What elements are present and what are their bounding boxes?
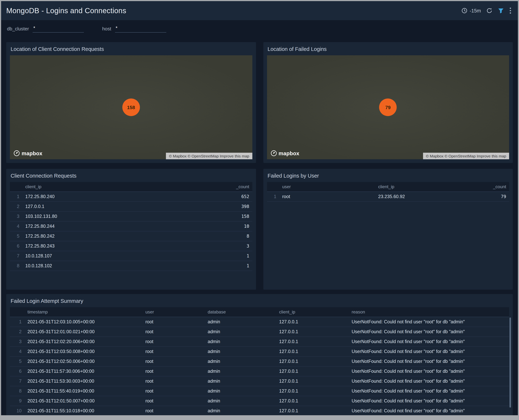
table-cell: 127.0.0.1 bbox=[276, 379, 349, 384]
table-cell: 127.0.0.1 bbox=[276, 359, 349, 364]
table-cell: admin bbox=[205, 339, 276, 344]
column-header-reason[interactable]: reason bbox=[349, 309, 509, 315]
panel-location-client-connections: Location of Client Connection Requests 1… bbox=[6, 42, 256, 163]
table-cell: admin bbox=[205, 398, 276, 404]
table-row[interactable]: 32021-05-31T12:02:20.006+00:00rootadmin1… bbox=[10, 337, 509, 347]
table-row[interactable]: 810.0.128.1021 bbox=[10, 261, 252, 271]
table-row[interactable]: 3103.102.131.80158 bbox=[10, 212, 252, 222]
table-row[interactable]: 1172.25.80.240652 bbox=[10, 192, 252, 202]
table-cell: 1 bbox=[212, 253, 252, 259]
column-header-timestamp[interactable]: timestamp bbox=[24, 309, 143, 315]
page-title: MongoDB - Logins and Connections bbox=[6, 6, 126, 15]
table-cell: admin bbox=[205, 369, 276, 374]
table-cell: 2021-05-31T11:57:30.006+00:00 bbox=[24, 369, 143, 374]
column-header-user[interactable]: user bbox=[279, 184, 375, 189]
table-cell: 127.0.0.1 bbox=[276, 349, 349, 354]
host-filter-input[interactable]: * bbox=[115, 25, 166, 33]
table-cell: 2021-05-31T11:55:10.018+00:00 bbox=[24, 408, 143, 413]
map-cluster-marker[interactable]: 79 bbox=[379, 98, 397, 116]
table-row[interactable]: 62021-05-31T11:57:30.006+00:00rootadmin1… bbox=[10, 367, 509, 376]
filter-icon[interactable] bbox=[498, 8, 504, 14]
table-cell: root bbox=[143, 379, 205, 384]
failed-login-summary-table: timestampuserdatabaseclient_ipreason1202… bbox=[10, 307, 509, 415]
panel-title: Failed Login Attempt Summary bbox=[11, 298, 508, 304]
table-row[interactable]: 4172.25.80.24410 bbox=[10, 222, 252, 232]
table-row[interactable]: 22021-05-31T12:01:00.021+00:00rootadmin1… bbox=[10, 327, 509, 337]
table-cell: 172.25.80.244 bbox=[22, 224, 212, 229]
table-row[interactable]: 12021-05-31T12:03:10.005+00:00rootadmin1… bbox=[10, 317, 509, 327]
table-cell: 127.0.0.1 bbox=[276, 319, 349, 324]
table-row[interactable]: 1root23.235.60.9279 bbox=[267, 192, 509, 202]
table-cell: 127.0.0.1 bbox=[276, 398, 349, 404]
tables-row: Client Connection Requests client_ip_cou… bbox=[1, 169, 518, 290]
row-index: 1 bbox=[267, 194, 279, 199]
table-header-row: userclient_ip_count bbox=[267, 182, 509, 192]
mapbox-logo-text: mapbox bbox=[22, 150, 43, 156]
db-cluster-filter: db_cluster * bbox=[7, 25, 84, 33]
client-connections-table: client_ip_count1172.25.80.2406522127.0.0… bbox=[10, 182, 252, 271]
table-cell: admin bbox=[205, 389, 276, 394]
table-row[interactable]: 710.0.128.1071 bbox=[10, 251, 252, 261]
table-row[interactable]: 52021-05-31T12:02:50.006+00:00rootadmin1… bbox=[10, 357, 509, 367]
table-cell: 8 bbox=[212, 234, 252, 239]
table-row[interactable]: 5172.25.80.2428 bbox=[10, 232, 252, 241]
row-index: 4 bbox=[10, 224, 22, 229]
table-row[interactable]: 92021-05-31T12:01:50.007+00:00rootadmin1… bbox=[10, 396, 509, 406]
row-index: 2 bbox=[10, 329, 24, 334]
table-row[interactable]: 102021-05-31T11:55:10.018+00:00rootadmin… bbox=[10, 406, 509, 415]
row-index: 8 bbox=[10, 263, 22, 268]
mapbox-logo[interactable]: mapbox bbox=[14, 150, 43, 156]
table-cell: 2021-05-31T12:02:50.006+00:00 bbox=[24, 359, 143, 364]
kebab-menu-icon[interactable] bbox=[510, 7, 511, 14]
time-range-button[interactable]: -15m bbox=[461, 8, 481, 14]
table-cell: 127.0.0.1 bbox=[276, 339, 349, 344]
map-cluster-marker[interactable]: 158 bbox=[122, 98, 140, 116]
refresh-icon[interactable] bbox=[486, 8, 492, 14]
table-cell: 2021-05-31T12:01:50.007+00:00 bbox=[24, 398, 143, 404]
map-client-connections[interactable]: 158 mapbox © Mapbox © OpenStreetMap Impr… bbox=[10, 55, 252, 159]
map-failed-logins[interactable]: 79 mapbox © Mapbox © OpenStreetMap Impro… bbox=[267, 55, 509, 159]
table-cell: 652 bbox=[212, 194, 252, 199]
column-header-client_ip[interactable]: client_ip bbox=[276, 309, 349, 315]
filter-bar: db_cluster * host * bbox=[1, 20, 518, 38]
table-cell: UserNotFound: Could not find user "root"… bbox=[349, 329, 509, 334]
table-row[interactable]: 42021-05-31T12:03:50.008+00:00rootadmin1… bbox=[10, 347, 509, 357]
db-cluster-filter-input[interactable]: * bbox=[33, 25, 84, 33]
map-attribution[interactable]: © Mapbox © OpenStreetMap Improve this ma… bbox=[166, 153, 252, 159]
table-cell: 79 bbox=[469, 194, 509, 199]
table-row[interactable]: 82021-05-31T11:55:40.019+00:00rootadmin1… bbox=[10, 386, 509, 396]
table-row[interactable]: 72021-05-31T11:53:30.003+00:00rootadmin1… bbox=[10, 376, 509, 386]
column-header-database[interactable]: database bbox=[205, 309, 276, 315]
column-header-_count[interactable]: _count bbox=[469, 184, 509, 189]
row-index: 10 bbox=[10, 408, 24, 413]
row-index: 9 bbox=[10, 398, 24, 404]
clock-icon bbox=[461, 8, 467, 14]
host-filter-label: host bbox=[102, 26, 111, 33]
panel-failed-login-summary: Failed Login Attempt Summary timestampus… bbox=[6, 294, 513, 415]
table-row[interactable]: 6172.25.80.2433 bbox=[10, 241, 252, 251]
scrollbar-thumb[interactable] bbox=[510, 317, 511, 408]
table-row[interactable]: 2127.0.0.1398 bbox=[10, 202, 252, 212]
column-header-client_ip[interactable]: client_ip bbox=[22, 184, 212, 189]
table-cell: root bbox=[143, 319, 205, 324]
mapbox-logo-icon bbox=[271, 150, 277, 156]
column-header-_count[interactable]: _count bbox=[212, 184, 252, 189]
table-cell: root bbox=[143, 339, 205, 344]
column-header-client_ip[interactable]: client_ip bbox=[375, 184, 469, 189]
table-cell: 103.102.131.80 bbox=[22, 214, 212, 219]
column-header-user[interactable]: user bbox=[143, 309, 205, 315]
table-cell: root bbox=[143, 349, 205, 354]
mapbox-logo[interactable]: mapbox bbox=[271, 150, 300, 156]
table-cell: UserNotFound: Could not find user "root"… bbox=[349, 339, 509, 344]
panel-failed-logins-by-user: Failed Logins by User userclient_ip_coun… bbox=[263, 169, 513, 290]
table-cell: UserNotFound: Could not find user "root"… bbox=[349, 359, 509, 364]
table-cell: 10.0.128.107 bbox=[22, 253, 212, 259]
row-index: 6 bbox=[10, 369, 24, 374]
table-cell: 23.235.60.92 bbox=[375, 194, 469, 199]
mapbox-logo-icon bbox=[14, 150, 20, 156]
row-index: 5 bbox=[10, 359, 24, 364]
panel-location-failed-logins: Location of Failed Logins 79 mapbox © Ma… bbox=[263, 42, 513, 163]
row-index: 6 bbox=[10, 243, 22, 249]
window-frame: MongoDB - Logins and Connections -15m db… bbox=[0, 0, 519, 420]
map-attribution[interactable]: © Mapbox © OpenStreetMap Improve this ma… bbox=[423, 153, 509, 159]
